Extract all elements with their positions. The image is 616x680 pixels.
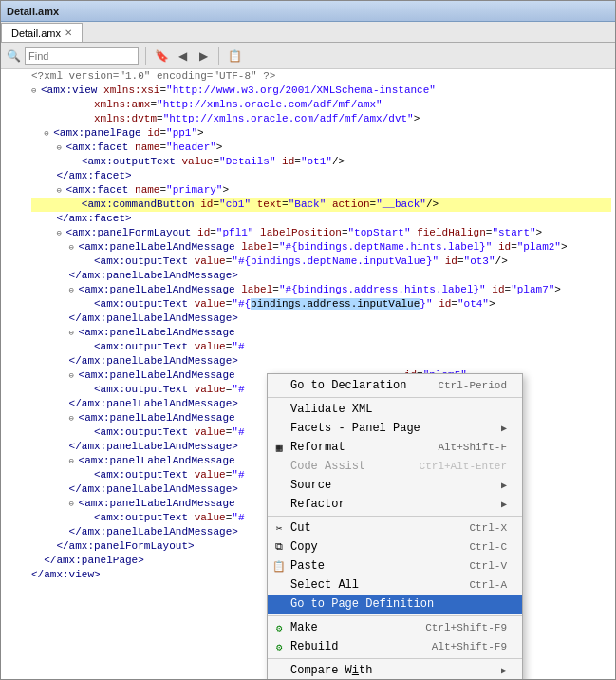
menu-separator	[268, 615, 522, 616]
code-line: ⊖<amx:panelLabelAndMessage label="#{bind…	[31, 283, 611, 297]
menu-item-copy[interactable]: ⧉ Copy Ctrl-C	[268, 538, 522, 557]
main-window: Detail.amx Detail.amx ✕ 🔍 🔖 ◀ ▶ 📋 <?xml …	[0, 0, 616, 680]
code-line: ⊖<amx:facet name="header">	[31, 141, 611, 155]
menu-item-label: Copy	[290, 540, 450, 554]
toolbar-separator-2	[218, 47, 219, 65]
menu-item-code-assist[interactable]: Code Assist Ctrl+Alt-Enter	[268, 457, 522, 476]
menu-separator	[268, 397, 522, 398]
title-bar-text: Detail.amx	[7, 6, 59, 17]
code-line: <amx:outputText value="#	[31, 340, 611, 354]
submenu-arrow-icon: ▶	[501, 423, 507, 434]
submenu-arrow-icon: ▶	[501, 665, 507, 676]
menu-item-reformat[interactable]: ▦ Reformat Alt+Shift-F	[268, 438, 522, 457]
make-icon: ⚙	[271, 620, 287, 635]
menu-shortcut: Alt+Shift-F	[438, 442, 507, 453]
menu-item-label: Reformat	[290, 441, 419, 454]
menu-item-label: Rebuild	[290, 640, 413, 653]
tab-bar: Detail.amx ✕	[1, 22, 615, 43]
prev-bookmark-icon[interactable]: ◀	[174, 47, 191, 65]
menu-item-label: Refactor	[290, 498, 501, 511]
code-line: ⊖<amx:view xmlns:xsi="http://www.w3.org/…	[31, 84, 611, 98]
menu-item-select-all[interactable]: Select All Ctrl-A	[268, 576, 522, 595]
menu-item-compare-with[interactable]: Compare With ▶	[268, 661, 522, 679]
menu-item-source[interactable]: Source ▶	[268, 476, 522, 495]
menu-item-label: Facets - Panel Page	[290, 422, 501, 435]
menu-shortcut: Ctrl+Alt-Enter	[420, 461, 507, 472]
code-line: ⊖<amx:panelPage id="pp1">	[31, 126, 611, 141]
bookmark-icon[interactable]: 🔖	[153, 47, 170, 65]
cut-icon: ✂	[271, 520, 287, 536]
code-line: ⊖<amx:facet name="primary">	[31, 183, 611, 198]
code-line: <amx:commandButton id="cb1" text="Back" …	[31, 198, 611, 212]
menu-item-label: Select All	[290, 578, 450, 592]
menu-item-label: Validate XML	[290, 403, 507, 416]
menu-item-label: Go to Declaration	[290, 379, 419, 392]
reformat-icon: ▦	[271, 440, 287, 455]
next-bookmark-icon[interactable]: ▶	[195, 47, 212, 65]
menu-item-label: Paste	[290, 559, 450, 573]
code-line: <amx:outputText value="#{bindings.addres…	[31, 297, 611, 312]
menu-shortcut: Ctrl+Shift-F9	[425, 622, 507, 633]
search-input[interactable]	[25, 47, 139, 65]
rebuild-icon: ⚙	[271, 639, 287, 654]
menu-shortcut: Ctrl-Period	[438, 380, 507, 391]
tasks-icon[interactable]: 📋	[226, 47, 243, 65]
code-line: </amx:panelLabelAndMessage>	[31, 312, 611, 326]
menu-item-cut[interactable]: ✂ Cut Ctrl-X	[268, 519, 522, 538]
menu-item-go-to-page-definition[interactable]: Go to Page Definition	[268, 595, 522, 614]
code-line: </amx:panelLabelAndMessage>	[31, 269, 611, 283]
title-bar: Detail.amx	[1, 1, 615, 22]
menu-separator	[268, 658, 522, 659]
menu-shortcut: Ctrl-V	[469, 560, 507, 572]
menu-item-refactor[interactable]: Refactor ▶	[268, 495, 522, 514]
tab-detail-amx[interactable]: Detail.amx ✕	[1, 23, 83, 42]
paste-icon: 📋	[271, 558, 287, 574]
code-line: </amx:facet>	[31, 212, 611, 226]
menu-shortcut: Ctrl-X	[469, 522, 507, 534]
menu-shortcut: Ctrl-A	[469, 579, 507, 591]
code-line: ⊖<amx:panelLabelAndMessage	[31, 326, 611, 340]
code-line: <amx:outputText value="#{bindings.deptNa…	[31, 255, 611, 269]
toolbar-separator	[145, 47, 146, 65]
tab-close-icon[interactable]: ✕	[65, 28, 72, 38]
tab-label: Detail.amx	[11, 28, 61, 39]
submenu-arrow-icon: ▶	[501, 499, 507, 510]
menu-shortcut: Ctrl-C	[469, 541, 507, 553]
code-line: ⊖<amx:panelLabelAndMessage label="#{bind…	[31, 240, 611, 255]
code-line: <?xml version="1.0" encoding="UTF-8" ?>	[31, 69, 611, 84]
code-line: </amx:facet>	[31, 169, 611, 183]
menu-item-label: Source	[290, 479, 501, 492]
menu-item-label: Go to Page Definition	[290, 597, 507, 611]
code-line: ⊖<amx:panelFormLayout id="pfl1" labelPos…	[31, 226, 611, 240]
copy-icon: ⧉	[271, 539, 287, 555]
menu-item-go-to-declaration[interactable]: Go to Declaration Ctrl-Period	[268, 376, 522, 395]
search-icon[interactable]: 🔍	[5, 47, 22, 65]
code-line: xmlns:dvtm="http://xmlns.oracle.com/adf/…	[31, 112, 611, 126]
menu-item-make[interactable]: ⚙ Make Ctrl+Shift-F9	[268, 618, 522, 637]
menu-item-label: Compare With	[290, 664, 501, 677]
context-menu: Go to Declaration Ctrl-Period Validate X…	[267, 373, 523, 679]
menu-separator	[268, 516, 522, 517]
code-line: xmlns:amx="http://xmlns.oracle.com/adf/m…	[31, 98, 611, 112]
toolbar-search: 🔍	[5, 47, 139, 65]
menu-item-paste[interactable]: 📋 Paste Ctrl-V	[268, 557, 522, 576]
code-line: </amx:panelLabelAndMessage>	[31, 354, 611, 368]
menu-item-validate-xml[interactable]: Validate XML	[268, 400, 522, 419]
menu-item-facets[interactable]: Facets - Panel Page ▶	[268, 419, 522, 438]
menu-shortcut: Alt+Shift-F9	[432, 641, 507, 652]
editor-area: <?xml version="1.0" encoding="UTF-8" ?> …	[1, 69, 615, 679]
menu-item-label: Make	[290, 621, 406, 634]
menu-item-label: Code Assist	[290, 460, 401, 473]
submenu-arrow-icon: ▶	[501, 480, 507, 491]
menu-item-label: Cut	[290, 521, 450, 535]
code-line: <amx:outputText value="Details" id="ot1"…	[31, 155, 611, 169]
toolbar: 🔍 🔖 ◀ ▶ 📋	[1, 43, 615, 69]
menu-item-rebuild[interactable]: ⚙ Rebuild Alt+Shift-F9	[268, 637, 522, 656]
